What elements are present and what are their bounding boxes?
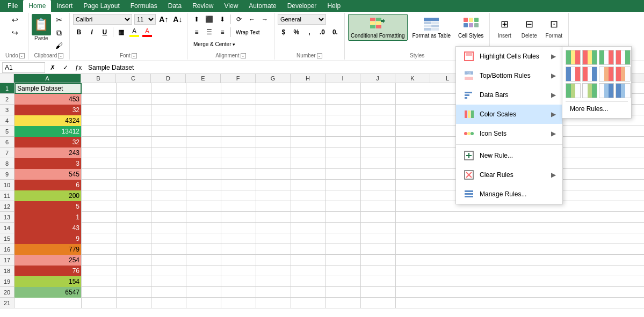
cell-d20[interactable] [151,287,186,298]
cell-b15[interactable] [82,233,117,244]
cell-c3[interactable] [117,105,151,115]
cell-d16[interactable] [151,244,186,255]
row-num-12[interactable]: 12 [0,201,14,212]
cell-h12[interactable] [291,201,326,212]
decrease-font-size-button[interactable]: A↓ [172,14,184,25]
cell-e15[interactable] [186,233,221,244]
cell-d7[interactable] [151,148,186,158]
cell-h21[interactable] [291,298,326,308]
cell-c18[interactable] [117,266,151,276]
cell-c19[interactable] [117,276,151,287]
cell-g13[interactable] [256,212,291,223]
cell-e6[interactable] [186,137,221,148]
paste-button[interactable]: 📋 Paste [32,14,51,41]
color-scale-swatch-12[interactable] [616,83,631,98]
bold-button[interactable]: B [73,27,85,38]
copy-button[interactable]: ⧉ [52,27,66,39]
cell-c17[interactable] [117,255,151,266]
cell-i18[interactable] [326,266,361,276]
color-scale-swatch-5[interactable] [566,67,581,82]
cell-a14[interactable]: 43 [15,223,82,233]
cell-j3[interactable] [361,105,396,115]
cell-a16[interactable]: 779 [15,244,82,255]
cell-i20[interactable] [326,287,361,298]
cell-j2[interactable] [361,94,396,105]
cell-i4[interactable] [326,115,361,126]
cell-e3[interactable] [186,105,221,115]
row-num-13[interactable]: 13 [0,212,14,223]
cell-e14[interactable] [186,223,221,233]
cell-f10[interactable] [221,180,256,190]
tab-review[interactable]: Review [187,0,219,12]
cell-d18[interactable] [151,266,186,276]
confirm-formula-button[interactable]: ✓ [60,62,71,73]
cell-e16[interactable] [186,244,221,255]
row-num-20[interactable]: 20 [0,287,14,298]
cell-c12[interactable] [117,201,151,212]
cell-j10[interactable] [361,180,396,190]
cell-d1[interactable] [151,83,186,94]
cell-c1[interactable] [117,83,151,94]
cell-a17[interactable]: 254 [15,255,82,266]
cell-e19[interactable] [186,276,221,287]
cell-j1[interactable] [361,83,396,94]
cell-d12[interactable] [151,201,186,212]
cell-e11[interactable] [186,190,221,201]
manage-rules-item[interactable]: Manage Rules... [456,185,562,204]
col-header-g[interactable]: G [256,74,291,83]
row-num-1[interactable]: 1 [0,83,14,94]
cell-a10[interactable]: 6 [15,180,82,190]
cell-g5[interactable] [256,126,291,137]
cell-j12[interactable] [361,201,396,212]
cell-f18[interactable] [221,266,256,276]
cell-b18[interactable] [82,266,117,276]
row-num-9[interactable]: 9 [0,169,14,180]
format-painter-button[interactable]: 🖌 [52,40,66,51]
cell-b5[interactable] [82,126,117,137]
cell-b13[interactable] [82,212,117,223]
underline-button[interactable]: U [99,27,111,38]
font-color-button[interactable]: A [141,27,153,37]
accounting-format-button[interactable]: $ [278,27,290,38]
cell-f12[interactable] [221,201,256,212]
row-num-4[interactable]: 4 [0,115,14,126]
text-angle-button[interactable]: ⟳ [233,14,245,25]
cell-b17[interactable] [82,255,117,266]
cell-c4[interactable] [117,115,151,126]
cell-g11[interactable] [256,190,291,201]
percent-button[interactable]: % [291,27,302,38]
color-scale-swatch-9[interactable] [566,83,581,98]
redo-button[interactable]: ↪ [8,27,22,39]
cell-h18[interactable] [291,266,326,276]
cell-d6[interactable] [151,137,186,148]
cell-h13[interactable] [291,212,326,223]
cell-a7[interactable]: 243 [15,148,82,158]
row-num-15[interactable]: 15 [0,233,14,244]
cell-i6[interactable] [326,137,361,148]
cell-i10[interactable] [326,180,361,190]
cell-f6[interactable] [221,137,256,148]
font-size-select[interactable]: 11 [134,14,156,25]
cell-f11[interactable] [221,190,256,201]
icon-sets-item[interactable]: Icon Sets ▶ [456,124,562,143]
align-right-button[interactable]: ≡ [216,27,228,38]
number-format-select[interactable]: General [278,14,326,25]
cell-a12[interactable]: 5 [15,201,82,212]
merge-center-button[interactable]: Merge & Center ▾ [191,40,238,49]
cell-d19[interactable] [151,276,186,287]
cell-h14[interactable] [291,223,326,233]
cell-c13[interactable] [117,212,151,223]
data-bars-item[interactable]: Data Bars ▶ [456,85,562,105]
cell-i5[interactable] [326,126,361,137]
cell-j17[interactable] [361,255,396,266]
cell-d3[interactable] [151,105,186,115]
align-center-button[interactable]: ☰ [204,27,215,38]
col-header-e[interactable]: E [186,74,221,83]
cell-j6[interactable] [361,137,396,148]
cell-e10[interactable] [186,180,221,190]
cell-a4[interactable]: 4324 [15,115,82,126]
tab-help[interactable]: Help [322,0,346,12]
cell-g9[interactable] [256,169,291,180]
cell-h1[interactable] [291,83,326,94]
cell-h16[interactable] [291,244,326,255]
